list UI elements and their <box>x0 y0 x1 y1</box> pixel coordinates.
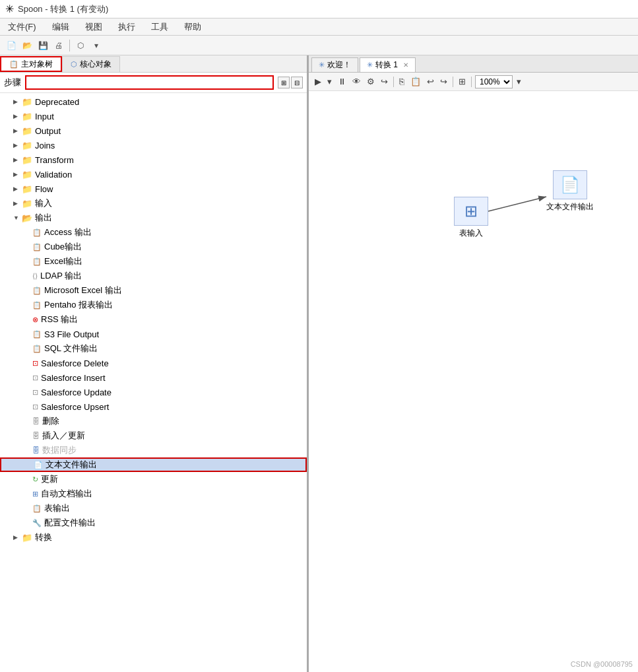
tree-item-table-output[interactable]: ▶ 📋 表输出 <box>0 501 307 516</box>
debug-btn[interactable]: ⚙ <box>365 76 377 87</box>
folder-open-icon: 📂 <box>22 213 32 223</box>
save-btn[interactable]: 💾 <box>36 38 50 53</box>
new-btn[interactable]: 📄 <box>4 38 18 53</box>
tree-item-access-output[interactable]: ▶ 📋 Access 输出 <box>0 225 307 240</box>
pause-btn[interactable]: ⏸ <box>336 76 348 87</box>
menu-file[interactable]: 文件(F) <box>5 20 39 34</box>
table-input-node[interactable]: ⊞ 表输入 <box>454 197 488 239</box>
folder-icon: 📁 <box>22 141 32 151</box>
window-title: Spoon - 转换 1 (有变动) <box>18 3 108 15</box>
tab-main-objects[interactable]: 📋 主对象树 <box>0 56 62 72</box>
search-input[interactable] <box>25 75 274 90</box>
tree-item-input-cn[interactable]: ▶ 📁 输入 <box>0 196 307 211</box>
main-layout: 📋 主对象树 ⬡ 核心对象 步骤 ⊞ ⊟ ▶ 📁 Deprecated <box>0 55 638 672</box>
sf-icon: ⊡ <box>32 388 38 397</box>
tree-item-s3-output[interactable]: ▶ 📋 S3 File Output <box>0 327 307 341</box>
undo-btn[interactable]: ↩ <box>425 76 436 87</box>
tree-item-auto-doc[interactable]: ▶ ⊞ 自动文档输出 <box>0 487 307 501</box>
arrow-icon: ▶ <box>13 113 20 119</box>
refresh-icon: ↻ <box>32 475 38 484</box>
tree-item-transform[interactable]: ▶ 📁 Transform <box>0 152 307 167</box>
tab-close-icon[interactable]: ✕ <box>403 61 408 69</box>
save-as-btn[interactable]: 🖨 <box>51 38 66 53</box>
menu-edit[interactable]: 编辑 <box>49 20 72 34</box>
menu-bar: 文件(F) 编辑 视图 执行 工具 帮助 <box>0 18 638 36</box>
tab-welcome[interactable]: ✳ 欢迎！ <box>311 57 358 72</box>
folder-icon: 📁 <box>22 97 32 107</box>
redo-btn[interactable]: ↪ <box>438 76 449 87</box>
folder-icon: 📁 <box>22 112 32 121</box>
arrow-icon: ▶ <box>13 98 20 105</box>
tree-item-validation[interactable]: ▶ 📁 Validation <box>0 167 307 182</box>
search-icons: ⊞ ⊟ <box>278 77 303 88</box>
text-file-output-node[interactable]: 📄 文本文件输出 <box>546 170 594 213</box>
sf-icon: ⊡ <box>32 359 38 368</box>
tree-item-data-sync[interactable]: ▶ 🗄 数据同步 <box>0 443 307 457</box>
menu-view[interactable]: 视图 <box>82 20 105 34</box>
node-icon-box: 📄 <box>553 170 587 199</box>
arrow-icon: ▶ <box>13 185 20 192</box>
tree-item-transform-cn[interactable]: ▶ 📁 转换 <box>0 530 307 545</box>
sf-icon: ⊡ <box>32 403 38 411</box>
menu-help[interactable]: 帮助 <box>181 20 204 34</box>
align-btn[interactable]: ⊞ <box>457 76 468 87</box>
rt-sep-2 <box>453 77 453 87</box>
tab-core-objects[interactable]: ⬡ 核心对象 <box>62 56 120 72</box>
file-icon: 📋 <box>32 243 42 252</box>
tree-item-input[interactable]: ▶ 📁 Input <box>0 109 307 123</box>
folder-icon: 📁 <box>22 184 32 194</box>
folder-icon: 📁 <box>22 170 32 180</box>
tree-item-joins[interactable]: ▶ 📁 Joins <box>0 138 307 152</box>
run-btn[interactable]: ▶ <box>313 76 323 87</box>
tree-item-delete[interactable]: ▶ 🗄 删除 <box>0 414 307 428</box>
tree-item-config-output[interactable]: ▶ 🔧 配置文件输出 <box>0 516 307 530</box>
tree-item-ms-excel-output[interactable]: ▶ 📋 Microsoft Excel 输出 <box>0 283 307 298</box>
dropdown-btn[interactable]: ▾ <box>89 38 104 53</box>
tree-item-flow[interactable]: ▶ 📁 Flow <box>0 182 307 196</box>
arrow-icon: ▶ <box>13 171 20 178</box>
arrow-icon: ▶ <box>13 200 20 207</box>
canvas-area[interactable]: ⊞ 表输入 📄 文本文件输出 CSDN <box>309 91 638 672</box>
tree-item-cube-output[interactable]: ▶ 📋 Cube输出 <box>0 240 307 254</box>
tree-item-pentaho-output[interactable]: ▶ 📋 Pentaho 报表输出 <box>0 298 307 312</box>
preview-btn[interactable]: 👁 <box>350 76 363 87</box>
config-icon: 🔧 <box>32 519 42 527</box>
title-bar: ✳ Spoon - 转换 1 (有变动) <box>0 0 638 18</box>
arrow-icon: ▶ <box>13 142 20 149</box>
file-icon: 📋 <box>32 301 42 310</box>
tree-item-sf-upsert[interactable]: ▶ ⊡ Salesforce Upsert <box>0 399 307 414</box>
open-btn[interactable]: 📂 <box>20 38 34 53</box>
right-tab-bar: ✳ 欢迎！ ✳ 转换 1 ✕ <box>309 55 638 73</box>
tree-item-update[interactable]: ▶ ↻ 更新 <box>0 472 307 487</box>
zoom-select[interactable]: 100% 75% 50% 150% <box>475 75 513 88</box>
zoom-dropdown-btn[interactable]: ▾ <box>515 76 523 87</box>
expand-all-btn[interactable]: ⊞ <box>278 77 290 88</box>
tree-panel: ▶ 📁 Deprecated ▶ 📁 Input ▶ 📁 Output ▶ 📁 … <box>0 93 307 672</box>
tree-item-output[interactable]: ▶ 📁 Output <box>0 123 307 138</box>
paste-btn[interactable]: 📋 <box>408 76 423 87</box>
node-label: 表输入 <box>459 228 483 239</box>
tree-item-output-cn[interactable]: ▼ 📂 输出 <box>0 211 307 225</box>
tree-item-ldap-output[interactable]: ▶ ⟨⟩ LDAP 输出 <box>0 269 307 283</box>
file-icon: 📄 <box>34 461 43 469</box>
menu-run[interactable]: 执行 <box>115 20 138 34</box>
tree-item-excel-output[interactable]: ▶ 📋 Excel输出 <box>0 254 307 269</box>
tree-item-text-file-output[interactable]: ▶ 📄 文本文件输出 <box>0 457 307 472</box>
text-output-icon: 📄 <box>560 176 580 194</box>
copy-btn[interactable]: ⎘ <box>397 76 406 87</box>
collapse-all-btn[interactable]: ⊟ <box>291 77 303 88</box>
tree-item-deprecated[interactable]: ▶ 📁 Deprecated <box>0 94 307 109</box>
tree-item-insert-update[interactable]: ▶ 🗄 插入／更新 <box>0 428 307 443</box>
step-btn[interactable]: ↪ <box>379 76 390 87</box>
node-icon-box: ⊞ <box>454 197 488 226</box>
run-dropdown-btn[interactable]: ▾ <box>325 76 334 87</box>
layers-btn[interactable]: ⬡ <box>73 38 88 53</box>
tab-transform1[interactable]: ✳ 转换 1 ✕ <box>360 57 416 72</box>
tree-item-sf-delete[interactable]: ▶ ⊡ Salesforce Delete <box>0 356 307 370</box>
tree-item-sf-insert[interactable]: ▶ ⊡ Salesforce Insert <box>0 370 307 385</box>
menu-tools[interactable]: 工具 <box>148 20 171 34</box>
tree-item-sf-update[interactable]: ▶ ⊡ Salesforce Update <box>0 385 307 399</box>
tree-item-rss-output[interactable]: ▶ ⊗ RSS 输出 <box>0 312 307 327</box>
db-icon: 🗄 <box>32 432 40 440</box>
tree-item-sql-output[interactable]: ▶ 📋 SQL 文件输出 <box>0 341 307 356</box>
